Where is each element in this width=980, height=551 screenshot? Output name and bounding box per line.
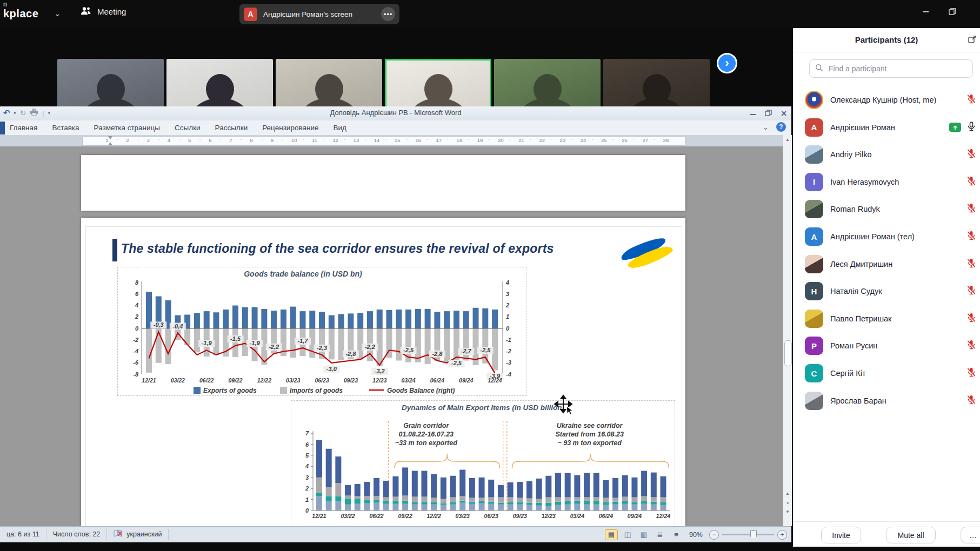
participant-row[interactable]: AАндрієшин Роман: [793, 114, 980, 141]
view-web-layout-icon[interactable]: ▥: [637, 529, 650, 540]
muted-mic-icon[interactable]: [966, 203, 977, 216]
word-minimize-icon[interactable]: [750, 109, 756, 118]
participants-panel: Participants (12) Олександр Кушнір (Host…: [793, 28, 980, 547]
popout-icon[interactable]: [968, 35, 977, 46]
word-close-icon[interactable]: ✕: [781, 109, 787, 118]
help-icon[interactable]: ?: [776, 122, 786, 132]
muted-mic-icon[interactable]: [966, 148, 977, 161]
scroll-up-icon[interactable]: ▲: [784, 135, 791, 144]
view-outline-icon[interactable]: ≣: [654, 529, 666, 540]
avatar: A: [805, 227, 823, 246]
participant-name: Андрієшин Роман: [830, 123, 949, 132]
zoom-slider-thumb[interactable]: [750, 530, 757, 539]
svg-text:03/24: 03/24: [401, 377, 415, 384]
zoom-slider[interactable]: [722, 534, 774, 535]
language-indicator[interactable]: украинский: [107, 529, 169, 540]
word-restore-icon[interactable]: [765, 109, 772, 118]
ribbon-tab-6[interactable]: Вид: [333, 124, 346, 132]
participant-row[interactable]: PРоман Русин: [793, 332, 980, 359]
muted-mic-icon[interactable]: [966, 93, 977, 106]
collapse-ribbon-icon[interactable]: ⌄: [763, 123, 769, 131]
participant-row[interactable]: IIvan Herasymovych: [793, 169, 980, 196]
participant-row[interactable]: Павло Петришак: [793, 305, 980, 332]
ruler-tick: ·: [344, 137, 345, 142]
more-actions-button[interactable]: …: [961, 527, 980, 543]
horizontal-ruler[interactable]: 1·2·3·4·5·6·7·8·9·10·11·12·13·14·15·16·1…: [0, 135, 783, 146]
muted-mic-icon[interactable]: [966, 394, 977, 407]
participant-row[interactable]: ННаталія Судук: [793, 278, 980, 305]
svg-text:09/23: 09/23: [344, 377, 358, 384]
shared-screen-tab[interactable]: A Андрієшин Роман's screen •••: [239, 4, 399, 24]
ribbon-tab-0[interactable]: Главная: [10, 124, 37, 132]
minimize-icon[interactable]: [922, 8, 929, 17]
indent-marker[interactable]: [108, 136, 113, 145]
avatar: [805, 91, 823, 109]
restore-icon[interactable]: [949, 8, 956, 17]
next-page-icon[interactable]: ▼: [784, 507, 791, 516]
ribbon-tab-2[interactable]: Разметка страницы: [94, 124, 160, 132]
ruler-number: 5: [188, 137, 191, 143]
select-browse-object-icon[interactable]: ●: [784, 498, 791, 507]
chevron-down-icon[interactable]: ⌄: [54, 9, 61, 18]
muted-mic-icon[interactable]: [966, 258, 977, 271]
view-print-layout-icon[interactable]: ▤: [605, 529, 618, 540]
participant-name: Ivan Herasymovych: [830, 178, 966, 186]
participant-name: Олександр Кушнір (Host, me): [830, 96, 966, 104]
page-indicator[interactable]: ца: 6 из 11: [0, 529, 46, 540]
avatar: [805, 145, 823, 164]
svg-text:-3: -3: [506, 359, 511, 366]
ruler-number: 6: [209, 137, 211, 143]
avatar: P: [805, 337, 823, 355]
mute-all-button[interactable]: Mute all: [886, 527, 936, 543]
word-title-bar[interactable]: ↶ ▾ ↻ | ▾ Доповідь Андрієшин РВ - Micros…: [0, 106, 791, 121]
file-tab[interactable]: [0, 122, 5, 135]
slide-title-accent-bar: [112, 239, 117, 261]
view-draft-icon[interactable]: ≡: [670, 529, 683, 540]
participant-name: Roman Rudyk: [830, 205, 966, 213]
ribbon-tab-5[interactable]: Рецензирование: [262, 124, 318, 132]
ruler-tick: ·: [178, 137, 180, 142]
participant-row[interactable]: CСергій Кіт: [793, 360, 980, 387]
tab-meeting[interactable]: Meeting: [80, 6, 126, 17]
word-count[interactable]: Число слов: 22: [46, 529, 108, 540]
ruler-tick: ·: [364, 137, 366, 142]
svg-text:01.08.22-16.07.23: 01.08.22-16.07.23: [399, 431, 454, 438]
document-area[interactable]: The stable functioning of the sea corrid…: [0, 146, 783, 526]
participant-row[interactable]: Roman Rudyk: [793, 196, 980, 223]
participant-search[interactable]: [809, 59, 973, 78]
more-options-icon[interactable]: •••: [381, 7, 395, 21]
invite-button[interactable]: Invite: [821, 527, 861, 543]
svg-text:03/23: 03/23: [286, 377, 300, 384]
ribbon-tab-4[interactable]: Рассылки: [215, 124, 248, 132]
muted-mic-icon[interactable]: [966, 285, 977, 298]
svg-text:4: 4: [135, 302, 138, 308]
search-input[interactable]: [828, 64, 967, 73]
chart-goods-trade-balance: Goods trade balance (in USD bn)86420-2-4…: [117, 267, 526, 396]
participant-row[interactable]: Леся Дмитришин: [793, 251, 980, 278]
muted-mic-icon[interactable]: [966, 176, 977, 189]
muted-mic-icon[interactable]: [966, 230, 977, 243]
participant-row[interactable]: Andriy Pilko: [793, 141, 980, 168]
svg-text:06/24: 06/24: [430, 377, 444, 384]
ruler-tick: ·: [571, 137, 572, 142]
scrollbar-thumb[interactable]: [784, 340, 792, 366]
next-participants-button[interactable]: ›: [717, 53, 737, 73]
previous-page-icon[interactable]: ▲: [784, 489, 791, 498]
view-full-screen-icon[interactable]: ◫: [621, 529, 634, 540]
mic-on-icon[interactable]: [966, 121, 977, 134]
participant-row[interactable]: AАндрієшин Роман (тел): [793, 223, 980, 250]
muted-mic-icon[interactable]: [966, 312, 977, 325]
video-strip: Олександр КушнірЛеся ДмитришинНаталія Су…: [0, 28, 793, 106]
ribbon-tab-1[interactable]: Вставка: [52, 124, 79, 132]
participant-row[interactable]: Ярослав Баран: [793, 387, 980, 414]
muted-mic-icon[interactable]: [966, 339, 977, 352]
ribbon-tab-3[interactable]: Ссылки: [175, 124, 201, 132]
participant-row[interactable]: Олександр Кушнір (Host, me): [793, 86, 980, 113]
muted-mic-icon[interactable]: [966, 367, 977, 380]
zoom-level[interactable]: 90%: [689, 531, 703, 539]
vertical-scrollbar[interactable]: ▲ ▲ ● ▼: [783, 135, 792, 526]
zoom-in-icon[interactable]: +: [777, 530, 787, 540]
zoom-out-icon[interactable]: −: [709, 530, 719, 540]
svg-text:-2,2: -2,2: [269, 344, 279, 350]
svg-text:-2,5: -2,5: [403, 347, 414, 353]
